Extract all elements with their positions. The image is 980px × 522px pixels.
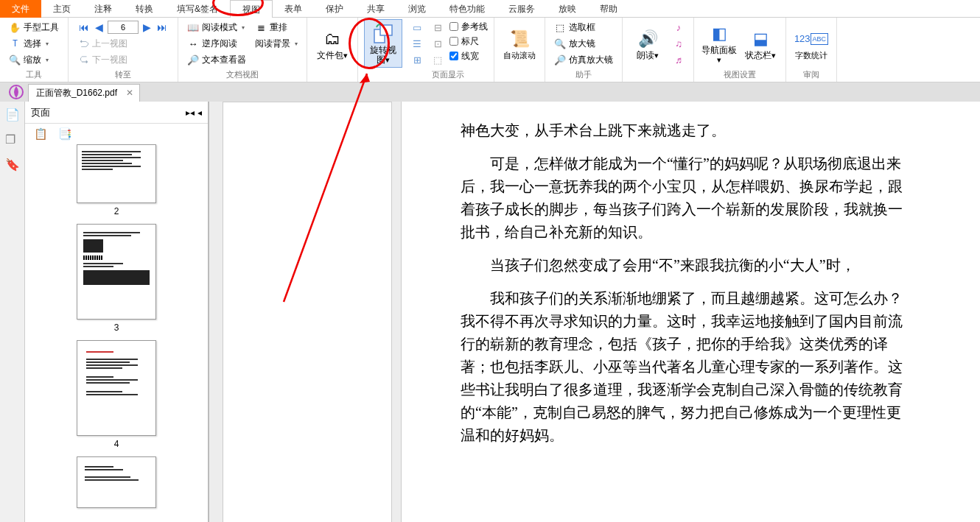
group-label-nav: 转至 [74, 68, 172, 82]
rotate-view-button[interactable]: 旋转视图▾ [364, 19, 402, 68]
menu-slideshow[interactable]: 放映 [547, 0, 588, 18]
thumbnail-panel: 页面 ▸◂ ◂ 📋 📑 2 3 [25, 102, 209, 522]
first-page-icon[interactable]: ⏮ [77, 21, 91, 33]
hand-tool-button[interactable]: ✋手型工具 [6, 19, 62, 35]
group-label-pagedisplay: 页面显示 [408, 68, 488, 82]
magnifier-icon: 🔍 [554, 38, 566, 49]
prev-view-button[interactable]: ⮌上一视图 [74, 35, 172, 52]
layers-icon[interactable]: ❐ [5, 133, 20, 147]
select-icon: Ｔ [9, 38, 21, 49]
thumbnail-page-3[interactable] [77, 224, 156, 320]
doc-paragraph: 可是，怎样做才能成为一个“懂行”的妈妈呢？从职场彻底退出来后，我一心一意抚养我的… [461, 152, 914, 244]
ribbon-group-nav: ⏮ ◀ ▶ ⏭ ⮌上一视图 ⮎下一视图 转至 [69, 18, 178, 82]
sim-magnifier-button[interactable]: 🔎仿真放大镜 [551, 52, 616, 68]
auto-scroll-button[interactable]: 📜 自动滚动 [500, 19, 539, 68]
read-bg-button[interactable]: 阅读背景 [252, 35, 301, 52]
menu-fill-sign[interactable]: 填写&签名 [165, 0, 230, 18]
zoom-button[interactable]: 🔍缩放 [6, 52, 62, 68]
select-button[interactable]: Ｔ选择 [6, 35, 62, 52]
facing-button[interactable]: ⊞ [408, 52, 426, 68]
thumbnail-page-2[interactable] [77, 144, 156, 203]
menu-bar: 文件 主页 注释 转换 填写&签名 视图 表单 保护 共享 浏览 特色功能 云服… [0, 0, 980, 18]
menu-convert[interactable]: 转换 [124, 0, 165, 18]
split-button[interactable]: ⬚ [429, 52, 447, 68]
group-label-assist: 助手 [551, 68, 616, 82]
bookmarks-icon[interactable]: 🔖 [5, 158, 20, 172]
next-page-icon[interactable]: ▶ [141, 21, 153, 33]
separate-cover-button[interactable]: ⊡ [429, 35, 447, 52]
word-count-button[interactable]: 123ABC 字数统计 [792, 19, 830, 68]
menu-cloud[interactable]: 云服务 [497, 0, 547, 18]
menu-comment[interactable]: 注释 [83, 0, 124, 18]
workspace: 📄 ❐ 🔖 页面 ▸◂ ◂ 📋 📑 2 3 [0, 102, 980, 522]
menu-view[interactable]: 视图 [230, 0, 273, 18]
facing-icon: ⊞ [411, 54, 423, 66]
document-tab[interactable]: 正面管教_D1662.pdf ✕ [28, 84, 140, 102]
menu-feature[interactable]: 特色功能 [438, 0, 497, 18]
thumbnail-page-4[interactable] [77, 340, 156, 436]
panel-title: 页面 [31, 106, 50, 119]
read-opt3[interactable]: ♬ [670, 52, 687, 68]
read-aloud-button[interactable]: 🔊 朗读▾ [629, 19, 667, 68]
menu-browse[interactable]: 浏览 [396, 0, 438, 18]
single-page-icon: ▭ [411, 21, 423, 33]
reflow-icon: ≣ [255, 21, 267, 33]
prev-page-icon[interactable]: ◀ [94, 21, 105, 33]
continuous-icon: ☰ [411, 38, 423, 49]
last-page-icon[interactable]: ⏭ [155, 21, 169, 33]
thumbnail-list[interactable]: 2 3 4 [25, 144, 208, 522]
menu-share[interactable]: 共享 [355, 0, 396, 18]
reference-line-checkbox[interactable]: 参考线 [449, 19, 488, 34]
read-opt1[interactable]: ♪ [670, 19, 687, 35]
audio-icon: ♪ [673, 21, 685, 33]
document-viewport[interactable]: 神色大变，从手术台上跳下来就逃走了。 可是，怎样做才能成为一个“懂行”的妈妈呢？… [209, 102, 980, 522]
split-icon: ⬚ [432, 54, 444, 66]
page-label: 4 [32, 439, 200, 449]
ribbon-group-filepkg: 🗂 文件包▾ [307, 18, 358, 82]
thumbnails-icon[interactable]: 📄 [5, 107, 20, 122]
audio2-icon: ♫ [673, 38, 685, 49]
side-toolbar: 📄 ❐ 🔖 [0, 102, 25, 522]
ribbon-group-scroll: 📜 自动滚动 [494, 18, 545, 82]
selection-box-button[interactable]: ⬚选取框 [551, 19, 616, 35]
nav-panel-button[interactable]: ◧ 导航面板▾ [700, 19, 738, 68]
panel-close-icon[interactable]: ◂ [197, 107, 202, 118]
page-spread-left [223, 102, 392, 522]
menu-file[interactable]: 文件 [0, 0, 41, 18]
thumb-tool2-icon[interactable]: 📑 [58, 127, 72, 141]
next-view-button[interactable]: ⮎下一视图 [74, 52, 172, 68]
thumb-tool1-icon[interactable]: 📋 [34, 127, 48, 141]
text-viewer-button[interactable]: 🔎文本查看器 [184, 52, 249, 68]
file-package-button[interactable]: 🗂 文件包▾ [313, 19, 351, 68]
ruler-checkbox[interactable]: 标尺 [449, 34, 488, 49]
cont-facing-button[interactable]: ⊟ [429, 19, 447, 35]
page-number-input[interactable] [108, 21, 139, 34]
close-tab-icon[interactable]: ✕ [126, 88, 133, 98]
prev-view-icon: ⮌ [77, 38, 89, 49]
reverse-read-button[interactable]: ↔逆序阅读 [184, 35, 249, 52]
word-count-icon: 123ABC [799, 27, 823, 51]
svg-rect-1 [380, 25, 392, 35]
linewidth-checkbox[interactable]: 线宽 [449, 49, 488, 63]
collapse-icon[interactable]: ▸◂ [186, 107, 195, 118]
ribbon-group-rotate: 旋转视图▾ [358, 18, 402, 82]
menu-protect[interactable]: 保护 [314, 0, 355, 18]
read-mode-button[interactable]: 📖阅读模式 [184, 19, 249, 35]
menu-help[interactable]: 帮助 [588, 0, 629, 18]
group-label-review: 审阅 [792, 68, 830, 82]
read-opt2[interactable]: ♫ [670, 35, 687, 52]
page-label: 3 [32, 322, 200, 333]
single-page-button[interactable]: ▭ [408, 19, 426, 35]
magnifier-button[interactable]: 🔍放大镜 [551, 35, 616, 52]
package-icon: 🗂 [321, 27, 344, 51]
doc-paragraph: 我和孩子们的关系渐渐地绷紧了，而且越绷越紧。这可怎么办？我不得不再次寻求知识的力… [461, 287, 914, 447]
menu-form[interactable]: 表单 [273, 0, 314, 18]
thumbnail-page-5[interactable] [77, 456, 156, 508]
reflow-button[interactable]: ≣重排 [252, 19, 301, 35]
sim-magnifier-icon: 🔎 [554, 54, 566, 66]
ribbon-group-pagedisplay: ▭ ☰ ⊞ ⊟ ⊡ ⬚ 参考线 标尺 线宽 页面显示 [402, 18, 494, 82]
status-bar-button[interactable]: ⬓ 状态栏▾ [741, 19, 780, 68]
speaker-icon: 🔊 [636, 27, 659, 51]
menu-home[interactable]: 主页 [41, 0, 83, 18]
continuous-button[interactable]: ☰ [408, 35, 426, 52]
